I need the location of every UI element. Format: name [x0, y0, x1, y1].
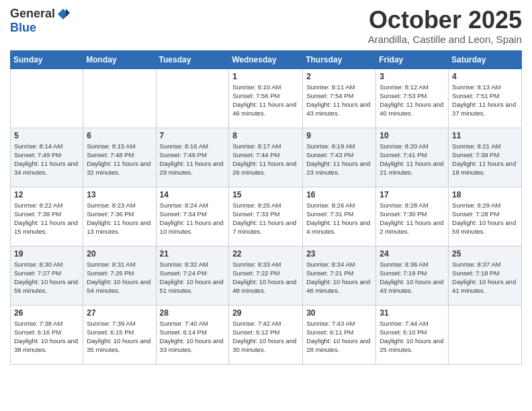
day-number: 1: [232, 72, 299, 81]
day-cell: 19Sunrise: 8:30 AMSunset: 7:27 PMDayligh…: [11, 246, 83, 305]
week-row-4: 19Sunrise: 8:30 AMSunset: 7:27 PMDayligh…: [11, 246, 522, 305]
col-friday: Friday: [376, 50, 449, 68]
day-info: Sunrise: 8:36 AMSunset: 7:19 PMDaylight:…: [380, 260, 445, 295]
day-number: 4: [452, 72, 518, 81]
day-number: 21: [160, 249, 226, 259]
day-info: Sunrise: 8:24 AMSunset: 7:34 PMDaylight:…: [160, 201, 226, 236]
day-cell: 29Sunrise: 7:42 AMSunset: 6:12 PMDayligh…: [229, 305, 303, 364]
day-cell: 26Sunrise: 7:38 AMSunset: 6:16 PMDayligh…: [11, 305, 83, 364]
day-info: Sunrise: 8:19 AMSunset: 7:43 PMDaylight:…: [306, 142, 372, 177]
day-cell: 12Sunrise: 8:22 AMSunset: 7:38 PMDayligh…: [11, 187, 83, 246]
svg-marker-1: [66, 9, 70, 17]
day-number: 30: [306, 308, 372, 318]
day-cell: 24Sunrise: 8:36 AMSunset: 7:19 PMDayligh…: [376, 246, 449, 305]
day-info: Sunrise: 7:40 AMSunset: 6:14 PMDaylight:…: [160, 319, 226, 355]
day-info: Sunrise: 8:25 AMSunset: 7:33 PMDaylight:…: [232, 201, 299, 236]
day-info: Sunrise: 8:14 AMSunset: 7:49 PMDaylight:…: [14, 142, 79, 177]
day-cell: 17Sunrise: 8:28 AMSunset: 7:30 PMDayligh…: [376, 187, 449, 246]
day-cell: 14Sunrise: 8:24 AMSunset: 7:34 PMDayligh…: [156, 187, 229, 246]
day-cell: [449, 305, 522, 364]
day-cell: 30Sunrise: 7:43 AMSunset: 6:11 PMDayligh…: [303, 305, 376, 364]
day-info: Sunrise: 8:12 AMSunset: 7:53 PMDaylight:…: [380, 83, 445, 118]
day-number: 29: [232, 308, 299, 318]
day-number: 6: [87, 131, 152, 140]
day-cell: 18Sunrise: 8:29 AMSunset: 7:28 PMDayligh…: [449, 187, 522, 246]
col-monday: Monday: [83, 50, 156, 68]
header-row: Sunday Monday Tuesday Wednesday Thursday…: [11, 50, 522, 68]
day-info: Sunrise: 8:34 AMSunset: 7:21 PMDaylight:…: [306, 260, 372, 295]
day-cell: 13Sunrise: 8:23 AMSunset: 7:36 PMDayligh…: [83, 187, 156, 246]
day-info: Sunrise: 8:30 AMSunset: 7:27 PMDaylight:…: [14, 260, 79, 295]
day-info: Sunrise: 8:11 AMSunset: 7:54 PMDaylight:…: [306, 83, 372, 118]
day-number: 22: [232, 249, 299, 259]
day-number: 12: [14, 190, 79, 199]
day-info: Sunrise: 8:32 AMSunset: 7:24 PMDaylight:…: [160, 260, 226, 295]
day-number: 31: [380, 308, 445, 318]
week-row-2: 5Sunrise: 8:14 AMSunset: 7:49 PMDaylight…: [11, 128, 522, 187]
day-number: 17: [380, 190, 445, 199]
day-info: Sunrise: 8:22 AMSunset: 7:38 PMDaylight:…: [14, 201, 79, 236]
day-cell: 2Sunrise: 8:11 AMSunset: 7:54 PMDaylight…: [303, 68, 376, 128]
day-number: 2: [306, 72, 372, 81]
day-cell: 21Sunrise: 8:32 AMSunset: 7:24 PMDayligh…: [156, 246, 229, 305]
day-number: 20: [87, 249, 152, 259]
day-number: 10: [380, 131, 445, 140]
day-number: 7: [160, 131, 226, 140]
col-sunday: Sunday: [11, 50, 83, 68]
col-saturday: Saturday: [449, 50, 522, 68]
day-number: 23: [306, 249, 372, 259]
day-cell: 31Sunrise: 7:44 AMSunset: 6:10 PMDayligh…: [376, 305, 449, 364]
day-info: Sunrise: 8:13 AMSunset: 7:51 PMDaylight:…: [452, 83, 518, 118]
day-info: Sunrise: 8:28 AMSunset: 7:30 PMDaylight:…: [380, 201, 445, 236]
day-info: Sunrise: 8:20 AMSunset: 7:41 PMDaylight:…: [380, 142, 445, 177]
day-cell: 20Sunrise: 8:31 AMSunset: 7:25 PMDayligh…: [83, 246, 156, 305]
day-number: 5: [14, 131, 79, 140]
day-number: 13: [87, 190, 152, 199]
day-cell: [83, 68, 156, 128]
logo-blue-text: Blue: [10, 21, 36, 35]
page-header: General Blue October 2025 Arandilla, Cas…: [10, 7, 522, 45]
day-cell: 25Sunrise: 8:37 AMSunset: 7:18 PMDayligh…: [449, 246, 522, 305]
day-number: 8: [232, 131, 299, 140]
day-info: Sunrise: 7:43 AMSunset: 6:11 PMDaylight:…: [306, 319, 372, 355]
day-cell: 23Sunrise: 8:34 AMSunset: 7:21 PMDayligh…: [303, 246, 376, 305]
month-title: October 2025: [368, 7, 522, 34]
day-cell: 22Sunrise: 8:33 AMSunset: 7:22 PMDayligh…: [229, 246, 303, 305]
day-cell: 16Sunrise: 8:26 AMSunset: 7:31 PMDayligh…: [303, 187, 376, 246]
day-number: 18: [452, 190, 518, 199]
week-row-3: 12Sunrise: 8:22 AMSunset: 7:38 PMDayligh…: [11, 187, 522, 246]
day-info: Sunrise: 8:17 AMSunset: 7:44 PMDaylight:…: [232, 142, 299, 177]
logo-icon: [56, 7, 70, 21]
col-thursday: Thursday: [303, 50, 376, 68]
day-number: 9: [306, 131, 372, 140]
day-number: 26: [14, 308, 79, 318]
week-row-5: 26Sunrise: 7:38 AMSunset: 6:16 PMDayligh…: [11, 305, 522, 364]
day-cell: 5Sunrise: 8:14 AMSunset: 7:49 PMDaylight…: [11, 128, 83, 187]
day-info: Sunrise: 8:21 AMSunset: 7:39 PMDaylight:…: [452, 142, 518, 177]
day-number: 3: [380, 72, 445, 81]
day-info: Sunrise: 8:16 AMSunset: 7:46 PMDaylight:…: [160, 142, 226, 177]
col-tuesday: Tuesday: [156, 50, 229, 68]
calendar-table: Sunday Monday Tuesday Wednesday Thursday…: [10, 50, 522, 365]
day-number: 16: [306, 190, 372, 199]
day-cell: 1Sunrise: 8:10 AMSunset: 7:56 PMDaylight…: [229, 68, 303, 128]
day-info: Sunrise: 8:29 AMSunset: 7:28 PMDaylight:…: [452, 201, 518, 236]
logo: General Blue: [10, 7, 70, 35]
day-number: 11: [452, 131, 518, 140]
day-info: Sunrise: 7:38 AMSunset: 6:16 PMDaylight:…: [14, 319, 79, 355]
day-info: Sunrise: 8:26 AMSunset: 7:31 PMDaylight:…: [306, 201, 372, 236]
day-cell: 27Sunrise: 7:39 AMSunset: 6:15 PMDayligh…: [83, 305, 156, 364]
day-info: Sunrise: 7:44 AMSunset: 6:10 PMDaylight:…: [380, 319, 445, 355]
day-cell: [156, 68, 229, 128]
day-cell: 4Sunrise: 8:13 AMSunset: 7:51 PMDaylight…: [449, 68, 522, 128]
day-info: Sunrise: 8:37 AMSunset: 7:18 PMDaylight:…: [452, 260, 518, 295]
day-cell: 8Sunrise: 8:17 AMSunset: 7:44 PMDaylight…: [229, 128, 303, 187]
day-info: Sunrise: 8:23 AMSunset: 7:36 PMDaylight:…: [87, 201, 152, 236]
day-number: 15: [232, 190, 299, 199]
col-wednesday: Wednesday: [229, 50, 303, 68]
day-info: Sunrise: 8:15 AMSunset: 7:48 PMDaylight:…: [87, 142, 152, 177]
title-block: October 2025 Arandilla, Castille and Leo…: [368, 7, 522, 45]
day-cell: 11Sunrise: 8:21 AMSunset: 7:39 PMDayligh…: [449, 128, 522, 187]
day-cell: 7Sunrise: 8:16 AMSunset: 7:46 PMDaylight…: [156, 128, 229, 187]
day-info: Sunrise: 8:10 AMSunset: 7:56 PMDaylight:…: [232, 83, 299, 118]
